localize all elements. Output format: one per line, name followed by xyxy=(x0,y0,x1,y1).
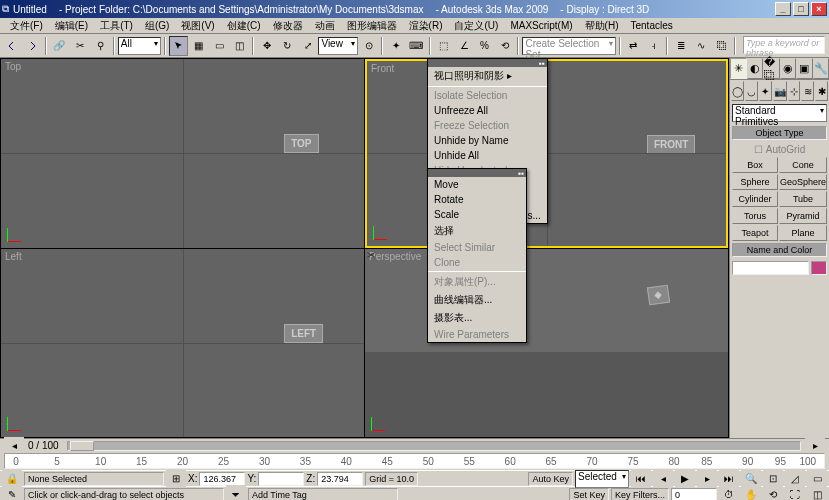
unlink-button[interactable]: ✂ xyxy=(70,36,89,56)
tab-display[interactable]: ▣ xyxy=(796,58,813,79)
rollout-object-type[interactable]: Object Type xyxy=(732,126,827,140)
subtab-shapes[interactable]: ◡ xyxy=(745,81,758,101)
setkey-button[interactable]: Set Key xyxy=(569,488,609,501)
ctx-scale[interactable]: Scale xyxy=(428,207,526,222)
named-selection-dropdown[interactable]: Create Selection Set xyxy=(522,37,615,55)
select-rect-button[interactable]: ▭ xyxy=(210,36,229,56)
viewport-top[interactable]: Top TOP xyxy=(1,59,364,248)
pivot-button[interactable]: ⊙ xyxy=(359,36,378,56)
btn-geosphere[interactable]: GeoSphere xyxy=(779,174,827,190)
menu-animation[interactable]: 动画 xyxy=(309,19,341,33)
tab-utilities[interactable]: 🔧 xyxy=(813,58,830,79)
spinner-snap-button[interactable]: ⟲ xyxy=(495,36,514,56)
undo-button[interactable] xyxy=(2,36,21,56)
rotate-button[interactable]: ↻ xyxy=(278,36,297,56)
time-slider[interactable] xyxy=(67,441,801,451)
btn-plane[interactable]: Plane xyxy=(779,225,827,241)
select-button[interactable] xyxy=(169,36,188,56)
keyboard-shortcut-button[interactable]: ⌨ xyxy=(407,36,426,56)
bind-button[interactable]: ⚲ xyxy=(90,36,109,56)
menu-group[interactable]: 组(G) xyxy=(139,19,175,33)
ctx-unhide-all[interactable]: Unhide All xyxy=(428,148,547,163)
keymode-dropdown[interactable]: Selected xyxy=(575,470,629,488)
subtab-spacewarps[interactable]: ≋ xyxy=(801,81,814,101)
schematic-button[interactable]: ⿻ xyxy=(712,36,731,56)
tab-motion[interactable]: ◉ xyxy=(780,58,797,79)
quad-menu-handle[interactable]: ▪▪ xyxy=(428,169,526,177)
tab-hierarchy[interactable]: �⿻ xyxy=(763,58,780,79)
ctx-unfreeze-all[interactable]: Unfreeze All xyxy=(428,103,547,118)
play-prev-button[interactable]: ◂ xyxy=(653,469,673,489)
menu-file[interactable]: 文件(F) xyxy=(4,19,49,33)
rollout-name-color[interactable]: Name and Color xyxy=(732,243,827,257)
autokey-button[interactable]: Auto Key xyxy=(528,472,573,486)
select-name-button[interactable]: ▦ xyxy=(189,36,208,56)
maximize-button[interactable]: □ xyxy=(793,2,809,16)
close-button[interactable]: × xyxy=(811,2,827,16)
current-frame-field[interactable]: 0 xyxy=(671,488,717,501)
viewcube-front[interactable]: FRONT xyxy=(647,135,695,154)
object-color-swatch[interactable] xyxy=(811,261,827,275)
menu-edit[interactable]: 编辑(E) xyxy=(49,19,94,33)
move-button[interactable]: ✥ xyxy=(257,36,276,56)
nav-minmax-button[interactable]: ◫ xyxy=(807,485,827,501)
btn-box[interactable]: Box xyxy=(732,157,778,173)
btn-teapot[interactable]: Teapot xyxy=(732,225,778,241)
add-time-tag[interactable]: Add Time Tag xyxy=(248,488,398,501)
mirror-button[interactable]: ⇄ xyxy=(624,36,643,56)
menu-create[interactable]: 创建(C) xyxy=(221,19,267,33)
redo-button[interactable] xyxy=(22,36,41,56)
timetag-toggle[interactable]: ⏷ xyxy=(226,485,246,501)
subtab-helpers[interactable]: ⊹ xyxy=(788,81,801,101)
coord-z[interactable]: 23.794 xyxy=(317,472,363,486)
viewcube-persp[interactable]: ◈ xyxy=(647,285,670,306)
menu-tentacles[interactable]: Tentacles xyxy=(625,20,679,31)
layers-button[interactable]: ≣ xyxy=(671,36,690,56)
viewport-left[interactable]: Left LEFT xyxy=(1,249,364,438)
quad-menu-handle[interactable]: ▪▪ xyxy=(428,59,547,67)
link-button[interactable]: 🔗 xyxy=(50,36,69,56)
nav-orbit-button[interactable]: ⟲ xyxy=(763,485,783,501)
help-search-input[interactable]: Type a keyword or phrase xyxy=(743,36,825,54)
menu-rendering[interactable]: 渲染(R) xyxy=(403,19,449,33)
subtab-cameras[interactable]: 📷 xyxy=(773,81,787,101)
coord-x[interactable]: 126.367 xyxy=(199,472,245,486)
btn-tube[interactable]: Tube xyxy=(779,191,827,207)
viewcube-top[interactable]: TOP xyxy=(284,134,318,153)
btn-cone[interactable]: Cone xyxy=(779,157,827,173)
btn-torus[interactable]: Torus xyxy=(732,208,778,224)
menu-modifiers[interactable]: 修改器 xyxy=(267,19,309,33)
angle-snap-button[interactable]: ∠ xyxy=(454,36,473,56)
percent-snap-button[interactable]: % xyxy=(475,36,494,56)
tab-modify[interactable]: ◐ xyxy=(747,58,764,79)
menu-tools[interactable]: 工具(T) xyxy=(94,19,139,33)
scale-button[interactable]: ⤢ xyxy=(298,36,317,56)
btn-pyramid[interactable]: Pyramid xyxy=(779,208,827,224)
menu-help[interactable]: 帮助(H) xyxy=(579,19,625,33)
ref-coord-dropdown[interactable]: View xyxy=(318,37,358,55)
menu-grapheditors[interactable]: 图形编辑器 xyxy=(341,19,403,33)
subtab-geometry[interactable]: ◯ xyxy=(731,81,744,101)
ctx-unhide-name[interactable]: Unhide by Name xyxy=(428,133,547,148)
absolute-mode-button[interactable]: ⊞ xyxy=(166,469,186,489)
ctx-curve-editor[interactable]: 曲线编辑器... xyxy=(428,291,526,309)
viewcube-left[interactable]: LEFT xyxy=(284,324,323,343)
tab-create[interactable]: ✳ xyxy=(730,58,747,79)
minimize-button[interactable]: _ xyxy=(775,2,791,16)
ctx-dope-sheet[interactable]: 摄影表... xyxy=(428,309,526,327)
snap-button[interactable]: ⬚ xyxy=(434,36,453,56)
coord-y[interactable] xyxy=(258,472,304,486)
menu-maxscript[interactable]: MAXScript(M) xyxy=(504,20,578,31)
time-slider-thumb[interactable] xyxy=(70,441,94,451)
play-start-button[interactable]: ⏮ xyxy=(631,469,651,489)
script-listener-button[interactable]: ✎ xyxy=(2,485,22,501)
play-next-button[interactable]: ▸ xyxy=(697,469,717,489)
selection-filter-dropdown[interactable]: All xyxy=(118,37,161,55)
btn-sphere[interactable]: Sphere xyxy=(732,174,778,190)
curve-editor-button[interactable]: ∿ xyxy=(692,36,711,56)
nav-maxview-button[interactable]: ⛶ xyxy=(785,485,805,501)
align-button[interactable]: ⫞ xyxy=(644,36,663,56)
subtab-lights[interactable]: ✦ xyxy=(759,81,772,101)
object-category-dropdown[interactable]: Standard Primitives xyxy=(732,104,827,122)
object-name-field[interactable] xyxy=(732,261,809,275)
